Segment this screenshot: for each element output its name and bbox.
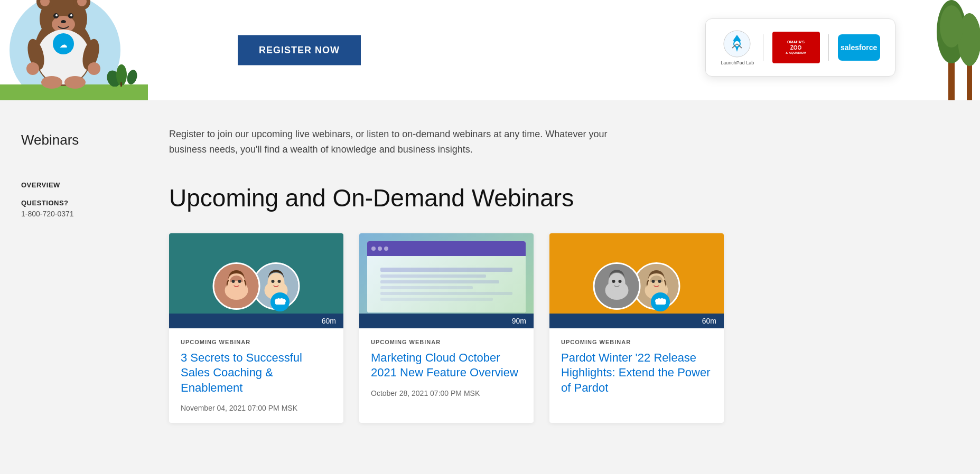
launchpad-logo: LaunchPad Lab	[721, 30, 754, 65]
logo-divider-1	[763, 34, 763, 61]
svg-point-20	[64, 76, 86, 89]
sidebar-nav: OVERVIEW QUESTIONS? 1-800-720-0371	[21, 180, 122, 219]
logo-divider-2	[828, 34, 829, 61]
omaha-text: OMAHA'S	[786, 40, 806, 44]
svg-point-42	[268, 273, 285, 292]
screen-row-6	[380, 298, 493, 301]
salesforce-text: salesforce	[841, 43, 877, 52]
card-title-2: Marketing Cloud October 2021 New Feature…	[371, 350, 522, 381]
main-content: Webinars OVERVIEW QUESTIONS? 1-800-720-0…	[0, 100, 980, 474]
svg-point-11	[61, 20, 66, 23]
card-image-3: 60m	[549, 233, 724, 328]
phone-number: 1-800-720-0371	[21, 210, 74, 218]
content-area: Register to join our upcoming live webin…	[137, 100, 980, 474]
register-button-container: REGISTER NOW	[238, 35, 361, 65]
intro-text: Register to join our upcoming live webin…	[169, 127, 645, 157]
card-title-1: 3 Secrets to Successful Sales Coaching &…	[181, 350, 332, 396]
screen-row-4	[380, 286, 473, 289]
screen-dot-3	[384, 247, 388, 251]
sidebar-title: Webinars	[21, 132, 122, 148]
launchpad-label: LaunchPad Lab	[721, 60, 754, 65]
overview-link[interactable]: OVERVIEW	[21, 181, 60, 189]
hero-section: ☁ REGISTER NOW	[0, 0, 980, 100]
svg-point-54	[652, 280, 655, 283]
svg-point-19	[41, 76, 62, 89]
screen-row-5	[380, 292, 512, 295]
svg-point-37	[225, 281, 248, 300]
card-image-1: 60m	[169, 233, 343, 328]
screen-row-3	[380, 280, 499, 283]
screen-dot-2	[378, 247, 382, 251]
card-title-3: Pardot Winter '22 Release Highlights: Ex…	[561, 350, 712, 396]
webinar-card-1[interactable]: 60m UPCOMING WEBINAR 3 Secrets to Succes…	[169, 233, 343, 423]
card-image-2: 90m	[359, 233, 534, 328]
webinar-card-3[interactable]: 60m UPCOMING WEBINAR Pardot Winter '22 R…	[549, 233, 724, 423]
card-date-1: November 04, 2021 07:00 PM MSK	[181, 404, 332, 412]
sf-badge-1	[270, 292, 290, 311]
trees-decoration	[932, 0, 980, 100]
tablet-card: LaunchPad Lab OMAHA'S ZOO & AQUARIUM sal…	[705, 18, 895, 77]
svg-point-55	[658, 280, 661, 283]
card-duration-3: 60m	[549, 314, 724, 328]
webinar-card-2[interactable]: 90m UPCOMING WEBINAR Marketing Cloud Oct…	[359, 233, 534, 423]
screen-header	[367, 241, 526, 256]
salesforce-logo: salesforce	[838, 34, 880, 61]
avatar-speaker-1	[213, 262, 260, 310]
card-badge-3: UPCOMING WEBINAR	[561, 339, 712, 345]
svg-point-18	[88, 62, 100, 75]
svg-point-10	[70, 14, 72, 16]
sf-badge-3	[651, 292, 670, 311]
screen-content	[367, 256, 526, 312]
aquarium-text: & AQUARIUM	[786, 51, 806, 55]
svg-point-49	[619, 280, 622, 283]
sidebar: Webinars OVERVIEW QUESTIONS? 1-800-720-0…	[0, 100, 137, 474]
bear-mascot: ☁	[5, 0, 122, 89]
svg-point-38	[232, 280, 235, 283]
svg-point-23	[126, 69, 139, 86]
screen-data	[375, 256, 518, 312]
register-now-button[interactable]: REGISTER NOW	[238, 35, 361, 65]
screen-row-2	[380, 274, 486, 278]
mascot-container: ☁	[0, 0, 148, 100]
sidebar-item-questions: QUESTIONS? 1-800-720-0371	[21, 199, 122, 219]
svg-point-48	[612, 280, 615, 283]
svg-point-33	[940, 5, 963, 48]
svg-point-9	[55, 14, 58, 16]
zoo-text: ZOO	[786, 45, 806, 51]
card-date-2: October 28, 2021 07:00 PM MSK	[371, 389, 522, 397]
card-duration-2: 90m	[359, 314, 534, 328]
svg-point-39	[238, 280, 241, 283]
svg-point-17	[26, 62, 39, 75]
card-body-2: UPCOMING WEBINAR Marketing Cloud October…	[359, 328, 534, 408]
card-badge-1: UPCOMING WEBINAR	[181, 339, 332, 345]
svg-point-44	[278, 280, 281, 283]
svg-point-47	[609, 273, 626, 292]
svg-point-43	[272, 280, 275, 283]
card-duration-1: 60m	[169, 314, 343, 328]
sidebar-item-overview[interactable]: OVERVIEW	[21, 180, 122, 189]
avatar-speaker-3	[593, 262, 641, 310]
webinars-grid: 60m UPCOMING WEBINAR 3 Secrets to Succes…	[169, 233, 948, 423]
svg-text:☁: ☁	[60, 41, 67, 49]
card-body-1: UPCOMING WEBINAR 3 Secrets to Successful…	[169, 328, 343, 423]
screen-row-1	[380, 268, 512, 272]
card-badge-2: UPCOMING WEBINAR	[371, 339, 522, 345]
screen-dot-1	[371, 247, 376, 251]
omaha-zoo-logo: OMAHA'S ZOO & AQUARIUM	[772, 32, 820, 63]
trees-svg	[932, 0, 980, 100]
section-title: Upcoming and On-Demand Webinars	[169, 184, 948, 212]
svg-rect-24	[120, 82, 122, 87]
questions-label: QUESTIONS?	[21, 199, 122, 207]
card-body-3: UPCOMING WEBINAR Pardot Winter '22 Relea…	[549, 328, 724, 415]
screen-mockup	[367, 241, 526, 312]
